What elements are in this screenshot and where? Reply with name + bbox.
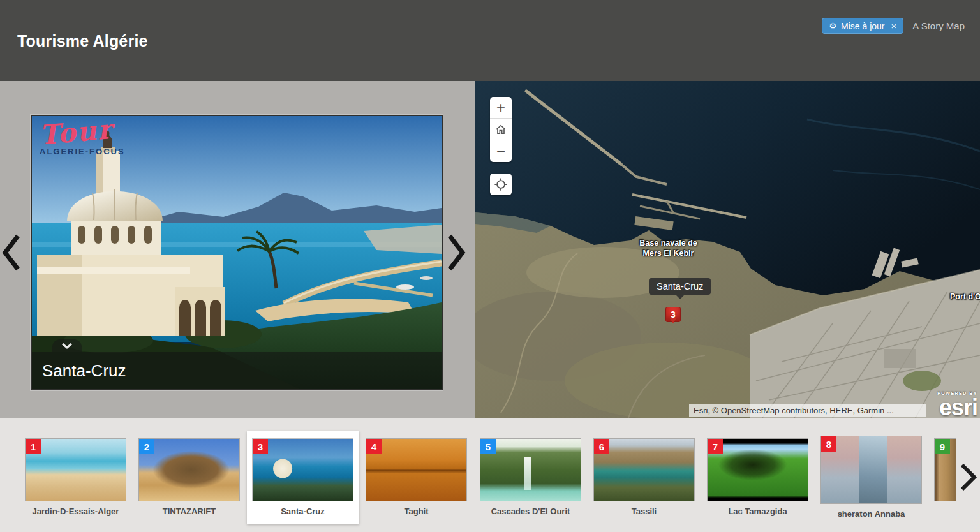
thumbnail-tassili[interactable]: 6 Tassili [594, 431, 694, 516]
thumbnail-number-badge: 8 [821, 436, 836, 452]
gear-icon: ⚙ [829, 22, 836, 30]
esri-wordmark: esri [937, 396, 977, 418]
thumbnail-carousel: 1 Jardin-D-Essais-Alger 2 TINTAZARIFT 3 … [0, 418, 980, 532]
thumbnail-number-badge: 3 [253, 439, 268, 454]
locate-button[interactable] [490, 174, 512, 195]
story-map-label: A Story Map [912, 20, 965, 31]
update-button[interactable]: ⚙ Mise à jour × [822, 18, 903, 34]
close-icon[interactable]: × [891, 21, 897, 31]
thumbnail-sheraton-annaba[interactable]: 8 sheraton Annaba [821, 431, 921, 519]
thumbnail-label: Taghit [366, 506, 466, 516]
thumbnail-9-partial[interactable]: 9 [935, 431, 956, 506]
header-actions: ⚙ Mise à jour × A Story Map [822, 18, 965, 34]
header: Tourisme Algérie ⚙ Mise à jour × A Story… [0, 0, 980, 81]
story-map-app: Tourisme Algérie ⚙ Mise à jour × A Story… [0, 0, 980, 532]
thumbnail-image[interactable]: 5 [480, 439, 581, 501]
thumbnail-image[interactable]: 6 [594, 439, 694, 501]
thumbnail-image[interactable]: 9 [935, 439, 956, 501]
thumbnail-cascades-del-ourit[interactable]: 5 Cascades D'El Ourit [480, 431, 581, 516]
prev-photo-button[interactable] [1, 233, 22, 272]
photo-panel: Tour ALGERIE-FOCUS Santa-Cruz [0, 81, 475, 418]
update-button-label: Mise à jour [841, 21, 884, 31]
thumbnail-taghit[interactable]: 4 Taghit [366, 431, 466, 516]
page-title: Tourisme Algérie [17, 32, 148, 50]
map-panel[interactable]: + − Base navale de Mers El Kebir Port d'… [475, 81, 980, 418]
chevron-left-icon [1, 233, 22, 272]
zoom-out-button[interactable]: − [490, 140, 512, 162]
main-content: Tour ALGERIE-FOCUS Santa-Cruz [0, 81, 980, 418]
plus-icon: + [496, 99, 505, 116]
tour-logo: Tour ALGERIE-FOCUS [40, 119, 125, 156]
thumbnail-label: Lac Tamazgida [708, 506, 808, 516]
santa-cruz-photo [32, 116, 442, 389]
thumbnail-label: Jardin-D-Essais-Alger [26, 506, 126, 516]
map-tooltip: Santa-Cruz [649, 278, 711, 295]
home-button[interactable] [490, 119, 512, 140]
thumbnail-label: Tassili [594, 506, 694, 516]
thumbnail-number-badge: 7 [708, 439, 723, 454]
thumbnail-image[interactable]: 7 [708, 439, 808, 501]
thumbnail-label: TINTAZARIFT [139, 506, 239, 516]
thumbnail-image[interactable]: 3 [253, 439, 353, 501]
thumbnail-image[interactable]: 2 [139, 439, 239, 501]
map-attribution: Esri, © OpenStreetMap contributors, HERE… [689, 404, 926, 417]
zoom-in-button[interactable]: + [490, 97, 512, 119]
map-zoom-controls: + − [490, 97, 512, 162]
next-photo-button[interactable] [445, 233, 467, 272]
caption-collapse-tab[interactable] [52, 339, 82, 352]
map-marker-3[interactable]: 3 [665, 307, 681, 322]
thumbnail-number-badge: 4 [366, 439, 382, 454]
esri-logo: POWERED BY esri [937, 391, 977, 418]
thumbnail-tintazarift[interactable]: 2 TINTAZARIFT [139, 431, 239, 516]
thumbnail-image[interactable]: 1 [26, 439, 126, 501]
thumbnail-number-badge: 9 [935, 439, 950, 454]
thumbnail-label: sheraton Annaba [821, 509, 921, 519]
satellite-map [475, 81, 980, 418]
thumbnail-number-badge: 5 [480, 439, 496, 454]
thumbnail-number-badge: 6 [594, 439, 609, 454]
photo-caption: Santa-Cruz [32, 352, 442, 389]
thumbnail-santa-cruz[interactable]: 3 Santa-Cruz [253, 431, 353, 516]
thumbnail-image[interactable]: 8 [821, 436, 921, 503]
chevron-down-icon [61, 343, 73, 349]
chevron-right-icon [957, 462, 979, 492]
thumbnail-number-badge: 2 [139, 439, 154, 454]
minus-icon: − [496, 142, 505, 159]
thumbnail-number-badge: 1 [26, 439, 41, 454]
chevron-right-icon [445, 233, 467, 272]
carousel-next-button[interactable] [957, 462, 979, 492]
thumbnail-label: Cascades D'El Ourit [480, 506, 581, 516]
tour-logo-script: Tour [38, 115, 126, 149]
thumbnail-lac-tamazgida[interactable]: 7 Lac Tamazgida [708, 431, 808, 516]
locate-icon [494, 177, 508, 191]
thumbnail-jardin-d-essais-alger[interactable]: 1 Jardin-D-Essais-Alger [26, 431, 126, 516]
thumbnail-label: Santa-Cruz [253, 506, 353, 516]
thumbnail-image[interactable]: 4 [366, 439, 466, 501]
photo-frame: Tour ALGERIE-FOCUS Santa-Cruz [31, 115, 443, 390]
home-icon [494, 123, 507, 136]
